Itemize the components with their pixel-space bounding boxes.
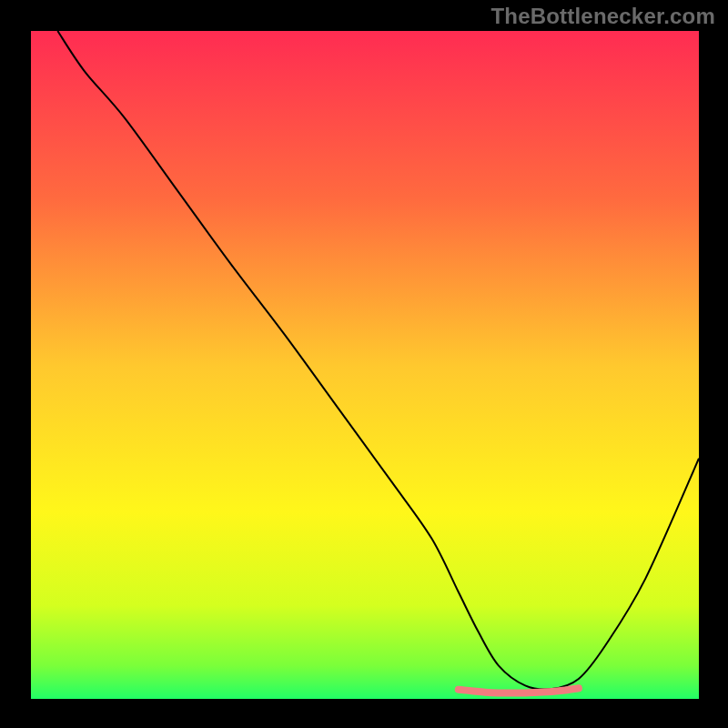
svg-rect-0: [31, 31, 699, 699]
chart-container: TheBottlenecker.com: [0, 0, 728, 728]
watermark-text: TheBottlenecker.com: [490, 4, 715, 29]
plot-area: [31, 31, 699, 699]
chart-svg: [31, 31, 699, 699]
